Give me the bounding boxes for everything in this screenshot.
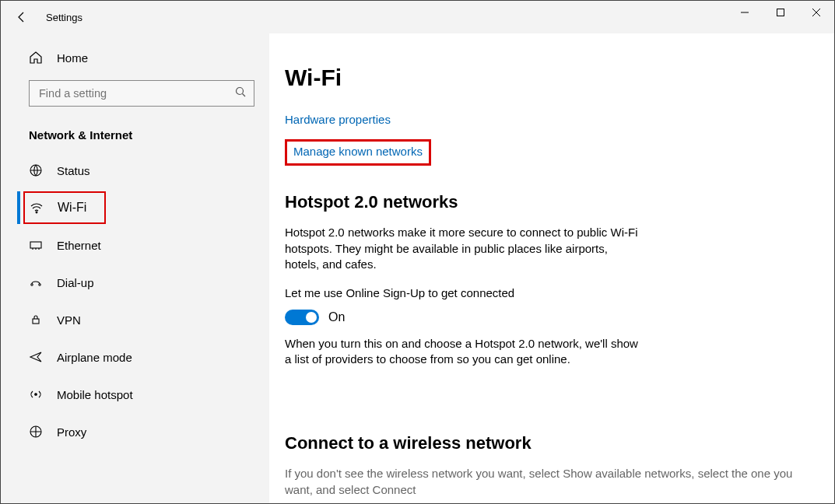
svg-point-4 bbox=[237, 88, 244, 95]
sidebar-item-label: Airplane mode bbox=[57, 351, 132, 364]
connect-description: If you don't see the wireless network yo… bbox=[285, 466, 811, 498]
sidebar-item-label: Proxy bbox=[57, 425, 86, 439]
sidebar-item-label: Ethernet bbox=[57, 239, 101, 252]
home-icon bbox=[29, 51, 43, 65]
page-title: Wi-Fi bbox=[285, 65, 811, 91]
sidebar-category: Network & Internet bbox=[1, 107, 269, 149]
content-pane: Wi-Fi Hardware properties Manage known n… bbox=[269, 33, 834, 504]
sidebar-item-status[interactable]: Status bbox=[1, 154, 269, 187]
connect-heading: Connect to a wireless network bbox=[285, 433, 811, 453]
sidebar-item-label: VPN bbox=[57, 313, 81, 327]
window-controls bbox=[727, 1, 834, 24]
hotspot-note: When you turn this on and choose a Hotsp… bbox=[285, 336, 643, 368]
sidebar-item-dialup[interactable]: Dial-up bbox=[1, 266, 269, 299]
svg-point-7 bbox=[36, 212, 37, 213]
manage-known-networks-highlight: Manage known networks bbox=[285, 139, 431, 166]
svg-rect-8 bbox=[30, 242, 41, 248]
svg-point-12 bbox=[35, 394, 37, 396]
close-button[interactable] bbox=[798, 1, 834, 24]
hardware-properties-link[interactable]: Hardware properties bbox=[285, 113, 391, 126]
sidebar-item-hotspot[interactable]: Mobile hotspot bbox=[1, 378, 269, 411]
svg-point-9 bbox=[31, 284, 33, 285]
dialup-icon bbox=[29, 275, 43, 289]
sidebar-item-proxy[interactable]: Proxy bbox=[1, 415, 269, 448]
toggle-state: On bbox=[328, 310, 345, 324]
manage-known-networks-link[interactable]: Manage known networks bbox=[293, 145, 423, 158]
search-icon bbox=[235, 86, 246, 100]
hotspot-icon bbox=[29, 387, 43, 401]
window-title: Settings bbox=[46, 12, 82, 23]
sidebar-item-vpn[interactable]: VPN bbox=[1, 303, 269, 336]
svg-rect-11 bbox=[33, 319, 39, 324]
svg-point-10 bbox=[39, 284, 40, 285]
status-icon bbox=[29, 163, 43, 177]
svg-line-5 bbox=[243, 94, 246, 97]
hotspot-description: Hotspot 2.0 networks make it more secure… bbox=[285, 225, 643, 273]
sidebar-item-label: Dial-up bbox=[57, 276, 94, 289]
maximize-button[interactable] bbox=[763, 1, 798, 24]
airplane-icon bbox=[29, 350, 43, 364]
search-box[interactable] bbox=[29, 80, 254, 107]
sidebar-home-label: Home bbox=[57, 51, 88, 65]
titlebar: Settings bbox=[1, 1, 834, 33]
sidebar-nav: Status Wi-Fi Ethernet Dial-up bbox=[1, 149, 269, 448]
toggle-label: Let me use Online Sign-Up to get connect… bbox=[285, 285, 643, 302]
sidebar-item-label: Mobile hotspot bbox=[57, 388, 133, 401]
hotspot-heading: Hotspot 2.0 networks bbox=[285, 192, 811, 212]
back-button[interactable] bbox=[15, 10, 29, 24]
proxy-icon bbox=[29, 425, 43, 439]
sidebar-item-wifi[interactable]: Wi-Fi bbox=[23, 191, 106, 224]
svg-rect-1 bbox=[777, 9, 784, 16]
online-signup-toggle[interactable] bbox=[285, 310, 319, 325]
wifi-icon bbox=[30, 201, 44, 215]
ethernet-icon bbox=[29, 238, 43, 252]
search-input[interactable] bbox=[37, 86, 235, 100]
sidebar-home[interactable]: Home bbox=[1, 44, 269, 71]
sidebar-item-label: Wi-Fi bbox=[58, 201, 86, 215]
sidebar-item-ethernet[interactable]: Ethernet bbox=[1, 229, 269, 261]
vpn-icon bbox=[29, 313, 43, 327]
sidebar-item-airplane[interactable]: Airplane mode bbox=[1, 341, 269, 373]
minimize-button[interactable] bbox=[727, 1, 763, 24]
sidebar: Home Network & Internet Status bbox=[1, 33, 269, 504]
sidebar-item-label: Status bbox=[57, 164, 90, 177]
